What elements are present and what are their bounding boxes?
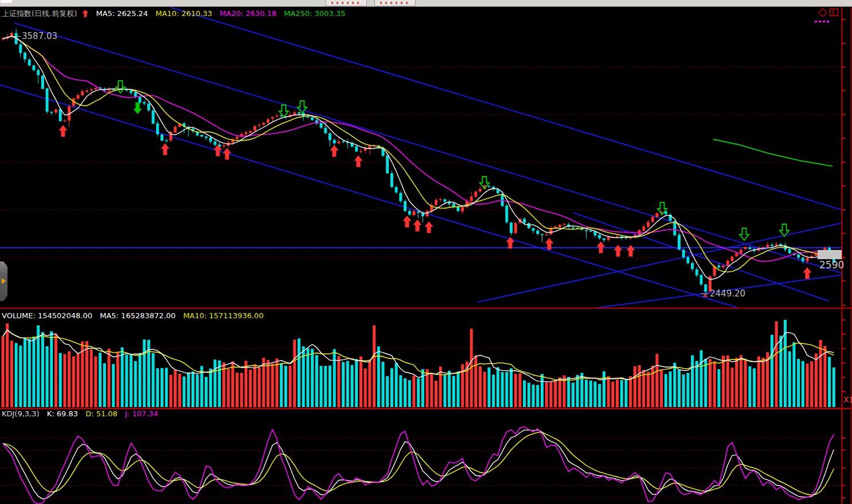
dashed-drawing-segment [815, 21, 830, 22]
kdj-plot[interactable] [0, 427, 842, 504]
split-window-icon[interactable] [829, 8, 839, 19]
chart-canvas[interactable] [0, 0, 852, 504]
diamond-tool-icon[interactable] [818, 7, 828, 20]
volume-plot[interactable] [0, 320, 842, 407]
panel-frames [0, 7, 852, 504]
expand-arrow-icon [2, 278, 6, 284]
sidebar-expand-handle[interactable] [0, 261, 7, 301]
main-plot[interactable] [0, 7, 852, 308]
close-indicator-button[interactable]: X1 [843, 395, 852, 404]
trading-terminal-window: 上证指数(日线.前复权) MA5: 2625.24 MA10: 2610.33 … [0, 0, 852, 504]
last-price-tag-box [818, 250, 842, 259]
last-price-label: 2590 [819, 259, 844, 271]
